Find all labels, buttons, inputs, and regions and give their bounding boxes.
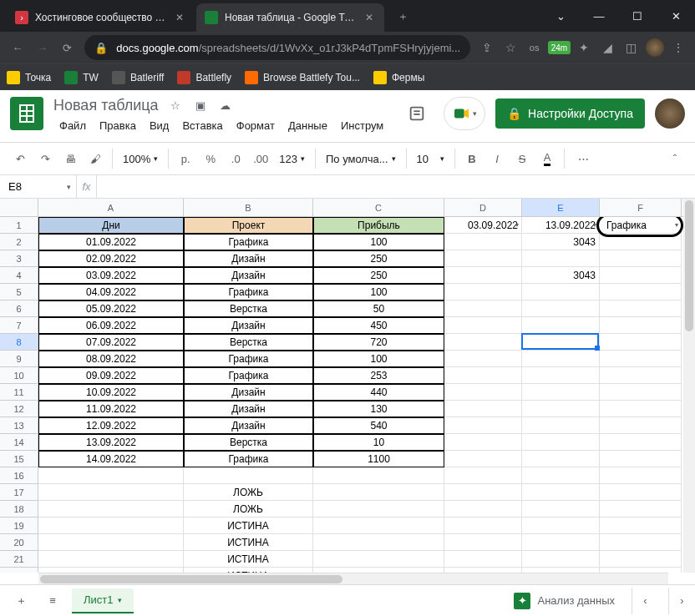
cell[interactable] <box>444 451 522 467</box>
print-button[interactable]: 🖶 <box>58 147 82 170</box>
cell[interactable] <box>600 534 682 551</box>
column-header[interactable]: B <box>184 199 313 216</box>
cell[interactable] <box>38 484 184 501</box>
profile-avatar[interactable] <box>645 35 665 60</box>
row-header[interactable]: 1 <box>0 217 38 234</box>
bold-button[interactable]: B <box>460 147 484 170</box>
row-header[interactable]: 9 <box>0 351 38 367</box>
back-button[interactable]: ← <box>7 34 28 61</box>
cell[interactable] <box>522 401 600 417</box>
cell[interactable]: Графика <box>184 451 313 467</box>
cell[interactable] <box>444 317 522 334</box>
menu-view[interactable]: Вид <box>144 116 175 135</box>
cell[interactable] <box>444 284 522 300</box>
cell[interactable]: 50 <box>313 300 444 317</box>
cell[interactable] <box>522 451 600 467</box>
cell[interactable]: 07.09.2022 <box>38 334 184 351</box>
move-icon[interactable]: ▣ <box>192 98 209 114</box>
cell[interactable] <box>444 467 522 484</box>
bookmark[interactable]: Browse Battlefy Tou... <box>245 71 360 84</box>
row-header[interactable]: 15 <box>0 451 38 467</box>
row-header[interactable]: 16 <box>0 467 38 484</box>
cell[interactable] <box>522 501 600 518</box>
cell[interactable] <box>444 300 522 317</box>
cell[interactable] <box>38 518 184 534</box>
cell[interactable]: 05.09.2022 <box>38 300 184 317</box>
url-field[interactable]: 🔒 docs.google.com /spreadsheets/d/1WvXx_… <box>84 35 470 60</box>
cell[interactable] <box>522 467 600 484</box>
cell[interactable] <box>444 384 522 401</box>
cell[interactable]: Графика <box>184 351 313 367</box>
cell[interactable] <box>600 250 682 267</box>
font-size-dropdown[interactable]: 10▾ <box>412 147 449 170</box>
cell[interactable]: 06.09.2022 <box>38 317 184 334</box>
scroll-right-button[interactable]: › <box>668 588 695 614</box>
cell[interactable]: 440 <box>313 384 444 401</box>
cell[interactable] <box>38 551 184 568</box>
row-header[interactable]: 8 <box>0 334 38 351</box>
cell[interactable] <box>38 501 184 518</box>
extension-icon[interactable]: ◢ <box>597 35 617 60</box>
cell[interactable] <box>522 417 600 434</box>
row-header[interactable]: 6 <box>0 300 38 317</box>
cell[interactable]: Графика <box>184 284 313 300</box>
close-icon[interactable]: ✕ <box>173 11 186 24</box>
bookmark[interactable]: Фермы <box>373 71 424 84</box>
cell[interactable] <box>522 534 600 551</box>
cell[interactable] <box>600 451 682 467</box>
extension-icon[interactable]: os <box>525 35 545 60</box>
cell[interactable] <box>444 401 522 417</box>
cell[interactable] <box>444 434 522 451</box>
close-icon[interactable]: ✕ <box>363 11 376 24</box>
cell[interactable]: 13.09.2022 <box>38 434 184 451</box>
row-header[interactable]: 10 <box>0 367 38 384</box>
paint-format-button[interactable]: 🖌 <box>84 147 107 170</box>
cell[interactable]: Дизайн <box>184 317 313 334</box>
cell[interactable]: 100 <box>313 284 444 300</box>
cell[interactable] <box>600 551 682 568</box>
row-header[interactable]: 21 <box>0 551 38 568</box>
cell[interactable] <box>600 518 682 534</box>
cell[interactable] <box>522 518 600 534</box>
row-header[interactable]: 22 <box>0 568 38 573</box>
undo-button[interactable]: ↶ <box>8 147 32 170</box>
horizontal-scrollbar[interactable] <box>38 573 668 584</box>
chevron-down-icon[interactable]: ⌄ <box>541 0 580 32</box>
cell[interactable] <box>600 467 682 484</box>
cell[interactable] <box>522 317 600 334</box>
cell[interactable] <box>600 384 682 401</box>
cell[interactable]: Дизайн <box>184 250 313 267</box>
cell[interactable] <box>600 317 682 334</box>
cell[interactable]: 14.09.2022 <box>38 451 184 467</box>
meet-button[interactable]: ▾ <box>444 97 485 130</box>
doc-title[interactable]: Новая таблица <box>53 97 159 114</box>
cell[interactable]: 03.09.2022 <box>444 217 522 234</box>
cell[interactable]: 450 <box>313 317 444 334</box>
cell[interactable] <box>522 300 600 317</box>
cell[interactable] <box>522 334 600 351</box>
cell[interactable] <box>522 284 600 300</box>
star-icon[interactable]: ☆ <box>500 35 520 60</box>
percent-button[interactable]: % <box>199 147 222 170</box>
bookmark[interactable]: Battlefly <box>177 71 231 84</box>
cell[interactable] <box>313 518 444 534</box>
cell[interactable] <box>38 467 184 484</box>
italic-button[interactable]: I <box>485 147 509 170</box>
cell[interactable] <box>522 384 600 401</box>
cell[interactable]: Верстка <box>184 434 313 451</box>
cell[interactable]: 10.09.2022 <box>38 384 184 401</box>
cell[interactable] <box>444 234 522 250</box>
cell[interactable] <box>600 367 682 384</box>
select-all-corner[interactable] <box>0 199 38 216</box>
cell[interactable]: ИСТИНА <box>184 551 313 568</box>
cell[interactable]: Графика <box>184 367 313 384</box>
row-header[interactable]: 13 <box>0 417 38 434</box>
menu-insert[interactable]: Вставка <box>176 116 228 135</box>
strikethrough-button[interactable]: S <box>510 147 534 170</box>
cell[interactable]: Дни <box>38 217 184 234</box>
cell[interactable]: 1100 <box>313 451 444 467</box>
currency-button[interactable]: р. <box>174 147 197 170</box>
cell[interactable] <box>522 484 600 501</box>
number-format-dropdown[interactable]: 123▾ <box>274 147 310 170</box>
name-box[interactable]: E8 <box>0 175 77 198</box>
